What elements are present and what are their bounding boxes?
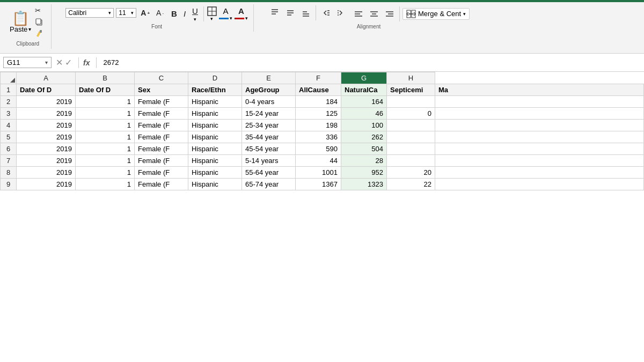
row-header-1[interactable]: 1: [1, 84, 17, 96]
font-color-dropdown[interactable]: ▾: [245, 16, 248, 21]
cell-undefined7[interactable]: [435, 155, 644, 167]
align-left-button[interactable]: [352, 8, 365, 20]
cell-undefined9[interactable]: [435, 179, 644, 190]
font-size-dropdown[interactable]: 11 ▾: [116, 8, 136, 18]
col-header-C[interactable]: C: [135, 72, 188, 84]
cell-H2[interactable]: [387, 96, 435, 108]
cell-E9[interactable]: 65-74 year: [242, 179, 296, 190]
cell-ref-dropdown[interactable]: ▾: [45, 60, 48, 65]
cell-G1[interactable]: NaturalCa: [341, 84, 387, 96]
row-header-2[interactable]: 2: [1, 96, 17, 108]
row-header-8[interactable]: 8: [1, 167, 17, 179]
cell-B4[interactable]: 1: [76, 120, 135, 131]
cell-undefined1[interactable]: Ma: [435, 84, 644, 96]
bold-button[interactable]: B: [169, 8, 179, 19]
cell-F9[interactable]: 1367: [296, 179, 341, 190]
cell-C3[interactable]: Female (F: [135, 108, 188, 120]
font-name-dropdown[interactable]: Calibri ▾: [65, 8, 114, 18]
copy-button[interactable]: [33, 17, 46, 27]
cell-C2[interactable]: Female (F: [135, 96, 188, 108]
row-header-3[interactable]: 3: [1, 108, 17, 120]
cell-A4[interactable]: 2019: [17, 120, 76, 131]
underline-button[interactable]: U: [190, 5, 200, 17]
cell-D9[interactable]: Hispanic: [188, 179, 242, 190]
cell-B7[interactable]: 1: [76, 155, 135, 167]
cell-F8[interactable]: 1001: [296, 167, 341, 179]
cut-button[interactable]: ✂: [33, 5, 46, 16]
cell-C8[interactable]: Female (F: [135, 167, 188, 179]
cell-A8[interactable]: 2019: [17, 167, 76, 179]
cell-E5[interactable]: 35-44 year: [242, 131, 296, 143]
cell-D7[interactable]: Hispanic: [188, 155, 242, 167]
cell-undefined8[interactable]: [435, 167, 644, 179]
decrease-font-button[interactable]: A-: [154, 8, 166, 18]
col-header-E[interactable]: E: [242, 72, 296, 84]
cell-H8[interactable]: 20: [387, 167, 435, 179]
cell-C4[interactable]: Female (F: [135, 120, 188, 131]
col-header-D[interactable]: D: [188, 72, 242, 84]
cell-H5[interactable]: [387, 131, 435, 143]
align-center-button[interactable]: [283, 5, 297, 20]
cell-A2[interactable]: 2019: [17, 96, 76, 108]
paste-button[interactable]: 📋 Paste ▾: [10, 11, 31, 33]
cell-H1[interactable]: Septicemi: [387, 84, 435, 96]
cell-B6[interactable]: 1: [76, 143, 135, 155]
cell-undefined6[interactable]: [435, 143, 644, 155]
cell-C5[interactable]: Female (F: [135, 131, 188, 143]
align-top-left-button[interactable]: [268, 5, 282, 20]
cell-H6[interactable]: [387, 143, 435, 155]
cell-F7[interactable]: 44: [296, 155, 341, 167]
cell-undefined3[interactable]: [435, 108, 644, 120]
cell-A9[interactable]: 2019: [17, 179, 76, 190]
cell-undefined5[interactable]: [435, 131, 644, 143]
cell-reference-box[interactable]: G11 ▾: [3, 57, 52, 68]
cell-H7[interactable]: [387, 155, 435, 167]
paste-dropdown-icon[interactable]: ▾: [28, 26, 31, 32]
cell-G2[interactable]: 164: [341, 96, 387, 108]
row-header-9[interactable]: 9: [1, 179, 17, 190]
cell-G6[interactable]: 504: [341, 143, 387, 155]
col-header-G[interactable]: G: [341, 72, 387, 84]
cell-G8[interactable]: 952: [341, 167, 387, 179]
cell-undefined4[interactable]: [435, 120, 644, 131]
row-header-5[interactable]: 5: [1, 131, 17, 143]
cell-G5[interactable]: 262: [341, 131, 387, 143]
cell-H3[interactable]: 0: [387, 108, 435, 120]
cell-E8[interactable]: 55-64 year: [242, 167, 296, 179]
borders-dropdown[interactable]: ▾: [210, 16, 213, 21]
cell-F5[interactable]: 336: [296, 131, 341, 143]
cell-B8[interactable]: 1: [76, 167, 135, 179]
cell-E4[interactable]: 25-34 year: [242, 120, 296, 131]
cell-H4[interactable]: [387, 120, 435, 131]
increase-font-button[interactable]: A+: [138, 8, 152, 18]
cell-E2[interactable]: 0-4 years: [242, 96, 296, 108]
cell-B9[interactable]: 1: [76, 179, 135, 190]
col-header-A[interactable]: A: [17, 72, 76, 84]
font-color-button[interactable]: A ▾: [235, 6, 248, 21]
row-header-4[interactable]: 4: [1, 120, 17, 131]
merge-dropdown[interactable]: ▾: [463, 11, 466, 17]
cell-A6[interactable]: 2019: [17, 143, 76, 155]
decrease-indent-button[interactable]: [319, 5, 333, 20]
cancel-icon[interactable]: ✕: [56, 57, 63, 68]
cell-A1[interactable]: Date Of D: [17, 84, 76, 96]
col-header-H[interactable]: H: [387, 72, 435, 84]
align-right-button[interactable]: [383, 8, 397, 20]
italic-button[interactable]: I: [181, 8, 188, 19]
cell-F2[interactable]: 184: [296, 96, 341, 108]
cell-E3[interactable]: 15-24 year: [242, 108, 296, 120]
cell-D4[interactable]: Hispanic: [188, 120, 242, 131]
merge-center-button[interactable]: Merge & Cent ▾: [402, 8, 470, 20]
cell-D8[interactable]: Hispanic: [188, 167, 242, 179]
cell-G7[interactable]: 28: [341, 155, 387, 167]
cell-C1[interactable]: Sex: [135, 84, 188, 96]
cell-E1[interactable]: AgeGroup: [242, 84, 296, 96]
cell-D2[interactable]: Hispanic: [188, 96, 242, 108]
row-header-6[interactable]: 6: [1, 143, 17, 155]
cell-B5[interactable]: 1: [76, 131, 135, 143]
cell-D6[interactable]: Hispanic: [188, 143, 242, 155]
cell-G9[interactable]: 1323: [341, 179, 387, 190]
cell-H9[interactable]: 22: [387, 179, 435, 190]
col-header-B[interactable]: B: [76, 72, 135, 84]
cell-F1[interactable]: AllCause: [296, 84, 341, 96]
